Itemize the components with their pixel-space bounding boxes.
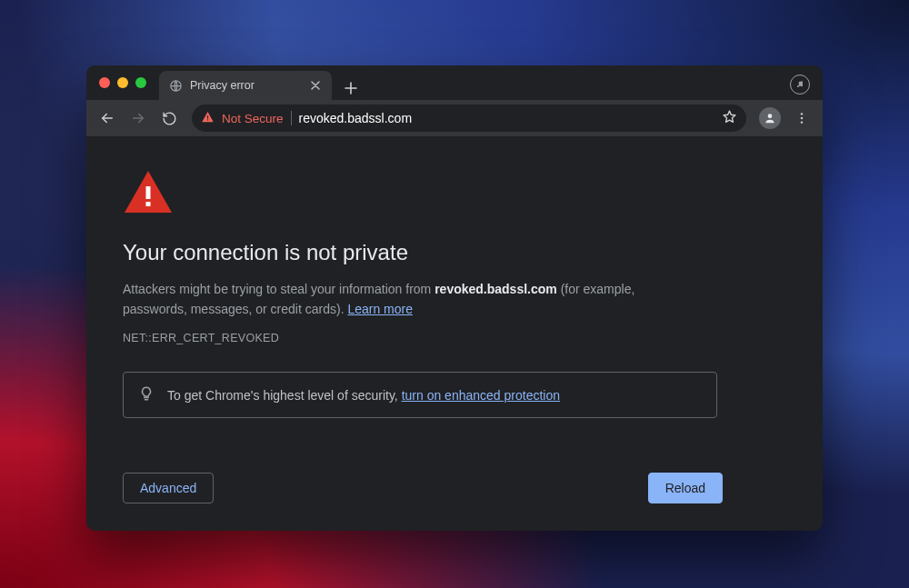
body-prefix: Attackers might be trying to steal your … <box>123 282 435 296</box>
enhanced-protection-tip: To get Chrome's highest level of securit… <box>123 372 717 418</box>
tab-title: Privacy error <box>190 79 301 92</box>
close-tab-button[interactable] <box>308 78 323 93</box>
tab-strip: Privacy error <box>86 65 823 100</box>
page-title: Your connection is not private <box>123 240 786 265</box>
svg-rect-10 <box>146 202 151 206</box>
media-control-icon[interactable] <box>790 75 810 95</box>
svg-rect-4 <box>207 119 208 120</box>
window-close-button[interactable] <box>99 77 110 88</box>
large-warning-icon <box>123 169 786 218</box>
window-zoom-button[interactable] <box>135 77 146 88</box>
browser-tab[interactable]: Privacy error <box>159 71 332 100</box>
page-content: Your connection is not private Attackers… <box>86 136 823 531</box>
bookmark-star-icon[interactable] <box>722 109 737 127</box>
reload-page-button[interactable]: Reload <box>648 473 723 503</box>
learn-more-link[interactable]: Learn more <box>347 302 413 316</box>
advanced-button[interactable]: Advanced <box>123 473 214 503</box>
browser-window: Privacy error <box>86 65 823 531</box>
kebab-menu-button[interactable] <box>788 105 815 132</box>
svg-point-6 <box>801 113 803 115</box>
body-hostname: revoked.badssl.com <box>435 282 557 296</box>
forward-button[interactable] <box>125 105 152 132</box>
button-row: Advanced Reload <box>123 473 723 503</box>
enhanced-protection-link[interactable]: turn on enhanced protection <box>402 388 560 403</box>
window-controls <box>95 65 155 100</box>
profile-avatar-button[interactable] <box>759 107 781 129</box>
back-button[interactable] <box>94 105 121 132</box>
svg-rect-9 <box>146 186 151 199</box>
reload-button[interactable] <box>155 105 183 132</box>
svg-point-7 <box>801 117 803 119</box>
omnibox-divider <box>291 111 292 125</box>
new-tab-button[interactable] <box>339 76 363 100</box>
tip-text-prefix: To get Chrome's highest level of securit… <box>167 388 402 403</box>
url-text: revoked.badssl.com <box>299 111 413 125</box>
globe-icon <box>168 78 183 93</box>
svg-point-5 <box>768 114 773 118</box>
window-minimize-button[interactable] <box>117 77 128 88</box>
svg-point-2 <box>801 85 803 86</box>
svg-point-8 <box>801 121 803 123</box>
browser-toolbar: Not Secure revoked.badssl.com <box>86 100 823 136</box>
error-code: NET::ERR_CERT_REVOKED <box>123 332 786 344</box>
lightbulb-icon <box>138 385 155 404</box>
address-bar[interactable]: Not Secure revoked.badssl.com <box>192 105 746 132</box>
warning-body-text: Attackers might be trying to steal your … <box>123 280 686 319</box>
warning-icon <box>201 110 215 126</box>
svg-rect-3 <box>207 115 208 118</box>
svg-point-1 <box>797 85 799 87</box>
security-status-label: Not Secure <box>222 112 284 125</box>
